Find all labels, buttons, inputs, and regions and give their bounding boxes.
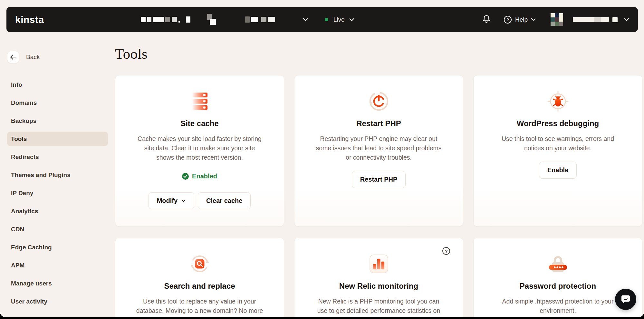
sidebar-item-redirects[interactable]: Redirects	[7, 150, 108, 164]
restart-php-button[interactable]: Restart PHP	[352, 171, 406, 188]
card-title: New Relic monitoring	[307, 282, 450, 291]
app-window: kinsta Live	[0, 0, 644, 317]
sidebar-item-edge-caching[interactable]: Edge Caching	[7, 240, 108, 254]
redacted-company-name	[141, 16, 190, 23]
chevron-down-icon	[181, 199, 186, 202]
status-label: Enabled	[192, 173, 217, 180]
card-description: New Relic is a PHP monitoring tool you c…	[307, 297, 450, 315]
card-new-relic-monitoring: ?	[294, 238, 463, 317]
help-question-icon: ?	[504, 15, 512, 24]
enable-debugging-button[interactable]: Enable	[539, 162, 577, 179]
sidebar: Back Info Domains Backups Tools Redirect…	[0, 32, 115, 317]
main-content: Tools	[115, 32, 644, 317]
help-label: Help	[515, 16, 528, 23]
bar-chart-icon	[307, 254, 450, 274]
live-status-dot	[325, 18, 328, 21]
site-selector-chevron-icon[interactable]	[303, 17, 308, 23]
back-label: Back	[26, 54, 40, 61]
back-button[interactable]: Back	[7, 51, 115, 63]
help-chevron-icon	[531, 18, 536, 21]
check-circle-icon	[182, 173, 189, 180]
avatar[interactable]	[551, 13, 563, 26]
chat-bubble-icon	[620, 294, 631, 304]
redacted-site-name	[245, 16, 275, 23]
card-help-icon[interactable]: ?	[442, 247, 450, 255]
redacted-user-name	[573, 17, 609, 22]
sidebar-item-user-activity[interactable]: User activity	[7, 294, 108, 309]
card-description: Add simple .htpasswd protection to your …	[486, 297, 629, 315]
card-description: Restarting your PHP engine may clear out…	[307, 134, 450, 162]
sidebar-item-manage-users[interactable]: Manage users	[7, 276, 108, 291]
card-title: Site cache	[128, 119, 271, 128]
sidebar-item-analytics[interactable]: Analytics	[7, 204, 108, 218]
card-description: Use this tool to see warnings, errors an…	[486, 134, 629, 153]
server-stack-icon	[128, 91, 271, 111]
card-search-and-replace: Search and replace Use this tool to repl…	[115, 238, 284, 317]
sidebar-item-themes-plugins[interactable]: Themes and Plugins	[7, 168, 108, 182]
environment-label: Live	[333, 16, 345, 23]
card-restart-php: Restart PHP Restarting your PHP engine m…	[294, 75, 463, 226]
sidebar-item-apm[interactable]: APM	[7, 258, 108, 273]
sidebar-item-info[interactable]: Info	[7, 77, 108, 92]
card-title: Password protection	[486, 282, 629, 291]
redacted-site-icon	[207, 14, 216, 25]
top-navbar: kinsta Live	[6, 7, 638, 32]
card-title: Restart PHP	[307, 119, 450, 128]
card-wordpress-debugging: WordPress debugging Use this tool to see…	[473, 75, 642, 226]
svg-text:?: ?	[506, 17, 509, 22]
modify-button[interactable]: Modify	[149, 192, 194, 209]
help-menu[interactable]: ? Help	[504, 15, 536, 24]
sidebar-item-backups[interactable]: Backups	[7, 114, 108, 128]
card-title: WordPress debugging	[486, 119, 629, 128]
chat-launcher-button[interactable]	[615, 289, 636, 310]
card-title: Search and replace	[128, 282, 271, 291]
sidebar-item-domains[interactable]: Domains	[7, 95, 108, 110]
notifications-bell-icon[interactable]	[482, 15, 491, 25]
search-sync-icon	[128, 254, 271, 274]
clear-cache-button[interactable]: Clear cache	[198, 192, 251, 209]
padlock-icon	[486, 254, 629, 274]
sidebar-item-tools[interactable]: Tools	[7, 132, 108, 146]
environment-chevron-icon	[349, 18, 354, 21]
sidebar-item-ip-deny[interactable]: IP Deny	[7, 186, 108, 200]
sidebar-nav: Info Domains Backups Tools Redirects The…	[7, 77, 115, 309]
card-description: Use this tool to replace any value in yo…	[128, 297, 271, 315]
tools-grid: Site cache Cache makes your site load fa…	[115, 75, 644, 317]
kinsta-logo[interactable]: kinsta	[15, 14, 44, 25]
arrow-left-icon[interactable]	[7, 51, 19, 63]
bug-target-icon	[486, 91, 629, 111]
power-restart-icon	[307, 91, 450, 111]
environment-selector[interactable]: Live	[325, 16, 354, 23]
status-badge: Enabled	[128, 173, 271, 180]
page-title: Tools	[115, 45, 644, 62]
user-menu-chevron-icon[interactable]	[624, 17, 629, 23]
redacted-badge	[612, 17, 618, 22]
card-description: Cache makes your site load faster by sto…	[128, 134, 271, 162]
card-site-cache: Site cache Cache makes your site load fa…	[115, 75, 284, 226]
sidebar-item-cdn[interactable]: CDN	[7, 222, 108, 236]
